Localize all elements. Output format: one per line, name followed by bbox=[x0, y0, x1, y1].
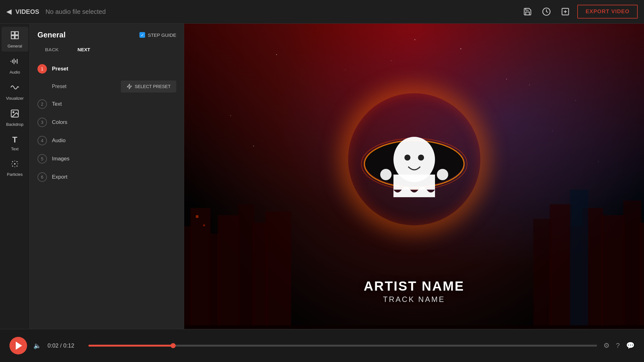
svg-rect-5 bbox=[15, 32, 18, 35]
chat-icon[interactable]: 💬 bbox=[626, 342, 635, 350]
topbar: ◀ VIDEOS No audio file selected EXPORT bbox=[0, 0, 644, 24]
sidebar-backdrop-label: Backdrop bbox=[6, 122, 24, 127]
step-label-4: Audio bbox=[52, 137, 65, 144]
general-icon bbox=[10, 31, 20, 42]
bottombar: 🔈 0:02 / 0:12 ⚙ ? 💬 bbox=[0, 329, 644, 362]
step-guide-checkbox[interactable]: ✓ bbox=[139, 32, 145, 38]
step-label-3: Colors bbox=[52, 119, 67, 125]
play-button[interactable] bbox=[9, 337, 27, 354]
svg-rect-31 bbox=[218, 215, 240, 329]
step-item-4[interactable]: 4 Audio bbox=[37, 131, 176, 150]
svg-point-57 bbox=[404, 154, 410, 160]
time-display: 0:02 / 0:12 bbox=[48, 343, 82, 349]
sidebar-item-particles[interactable]: Particles bbox=[2, 156, 28, 180]
volume-icon[interactable]: 🔈 bbox=[33, 342, 41, 349]
svg-rect-40 bbox=[623, 201, 641, 329]
select-preset-btn-label: SELECT PRESET bbox=[135, 84, 171, 89]
svg-rect-33 bbox=[253, 223, 268, 329]
svg-point-14 bbox=[13, 112, 14, 113]
svg-rect-51 bbox=[184, 325, 644, 329]
svg-point-22 bbox=[12, 164, 12, 164]
sidebar: General Audio Visualizer bbox=[0, 24, 30, 329]
svg-rect-46 bbox=[196, 215, 198, 218]
svg-rect-56 bbox=[393, 175, 435, 190]
svg-rect-50 bbox=[570, 190, 588, 329]
bottom-right-icons: ⚙ ? 💬 bbox=[603, 342, 635, 350]
panel-title: General bbox=[37, 31, 65, 39]
export-video-button[interactable]: EXPORT VIDEO bbox=[577, 5, 638, 19]
sidebar-item-audio[interactable]: Audio bbox=[2, 53, 28, 78]
svg-rect-6 bbox=[11, 36, 14, 39]
step-label-5: Images bbox=[52, 156, 70, 162]
svg-rect-7 bbox=[15, 36, 18, 39]
svg-rect-35 bbox=[533, 219, 551, 329]
sidebar-item-backdrop[interactable]: Backdrop bbox=[2, 105, 28, 130]
step-item-6[interactable]: 6 Export bbox=[37, 168, 176, 186]
artist-info: ARTIST NAME TRACK NAME bbox=[364, 279, 465, 304]
svg-rect-39 bbox=[601, 215, 625, 329]
preview-canvas: ARTIST NAME TRACK NAME bbox=[184, 24, 644, 329]
preview-area: ARTIST NAME TRACK NAME bbox=[184, 24, 644, 329]
select-preset-button[interactable]: SELECT PRESET bbox=[121, 81, 176, 92]
videos-link[interactable]: VIDEOS bbox=[15, 8, 39, 15]
step-num-2: 2 bbox=[37, 99, 47, 109]
svg-rect-47 bbox=[203, 225, 205, 226]
step-item-3[interactable]: 3 Colors bbox=[37, 113, 176, 131]
step-label-2: Text bbox=[52, 101, 62, 107]
step-item-1[interactable]: 1 Preset bbox=[37, 60, 176, 78]
svg-point-20 bbox=[14, 161, 15, 161]
audio-icon bbox=[10, 57, 20, 68]
artist-name: ARTIST NAME bbox=[364, 279, 465, 294]
sidebar-item-text[interactable]: T Text bbox=[2, 131, 28, 154]
back-icon[interactable]: ◀ bbox=[6, 8, 12, 16]
svg-rect-29 bbox=[190, 208, 211, 329]
step-num-6: 6 bbox=[37, 172, 47, 182]
svg-rect-41 bbox=[640, 223, 644, 329]
next-nav-button[interactable]: NEXT bbox=[70, 44, 98, 55]
sidebar-item-general[interactable]: General bbox=[2, 27, 28, 52]
progress-bar[interactable] bbox=[88, 345, 597, 347]
svg-point-60 bbox=[437, 169, 448, 180]
svg-point-59 bbox=[380, 169, 392, 180]
svg-point-23 bbox=[17, 164, 18, 164]
nav-buttons: BACK NEXT bbox=[30, 44, 184, 60]
main-area: General Audio Visualizer bbox=[0, 24, 644, 329]
sidebar-audio-label: Audio bbox=[9, 70, 20, 75]
svg-point-21 bbox=[14, 166, 15, 167]
sidebar-text-label: Text bbox=[11, 147, 19, 151]
progress-fill bbox=[88, 345, 173, 347]
text-icon: T bbox=[12, 135, 17, 145]
step-label-6: Export bbox=[52, 174, 67, 180]
preset-sub-row: Preset SELECT PRESET bbox=[37, 78, 176, 95]
svg-rect-4 bbox=[11, 32, 14, 35]
add-button[interactable] bbox=[558, 5, 572, 19]
svg-point-18 bbox=[12, 165, 13, 167]
back-nav-button[interactable]: BACK bbox=[37, 44, 66, 55]
help-icon[interactable]: ? bbox=[616, 342, 620, 350]
step-num-5: 5 bbox=[37, 154, 47, 164]
step-item-2[interactable]: 2 Text bbox=[37, 95, 176, 113]
save-button[interactable] bbox=[521, 5, 534, 19]
svg-marker-24 bbox=[127, 84, 132, 89]
panel-header: General ✓ STEP GUIDE bbox=[30, 24, 184, 44]
visualizer-icon bbox=[10, 83, 20, 94]
topbar-right: EXPORT VIDEO bbox=[521, 5, 638, 19]
history-button[interactable] bbox=[539, 5, 553, 19]
svg-point-16 bbox=[12, 161, 13, 162]
svg-point-19 bbox=[16, 165, 18, 167]
progress-thumb bbox=[171, 343, 176, 348]
particles-icon bbox=[10, 159, 19, 170]
topbar-left: ◀ VIDEOS No audio file selected bbox=[6, 8, 514, 16]
sidebar-general-label: General bbox=[8, 44, 22, 48]
step-guide-label: STEP GUIDE bbox=[148, 32, 176, 38]
settings-icon[interactable]: ⚙ bbox=[603, 342, 610, 350]
sidebar-item-visualizer[interactable]: Visualizer bbox=[2, 79, 28, 104]
step-label-1: Preset bbox=[52, 66, 68, 72]
sidebar-particles-label: Particles bbox=[7, 172, 23, 177]
step-guide-toggle[interactable]: ✓ STEP GUIDE bbox=[139, 32, 176, 38]
play-icon bbox=[16, 342, 22, 350]
step-item-5[interactable]: 5 Images bbox=[37, 150, 176, 168]
sidebar-visualizer-label: Visualizer bbox=[6, 96, 24, 101]
no-audio-label: No audio file selected bbox=[46, 8, 106, 15]
step-num-1: 1 bbox=[37, 64, 47, 74]
